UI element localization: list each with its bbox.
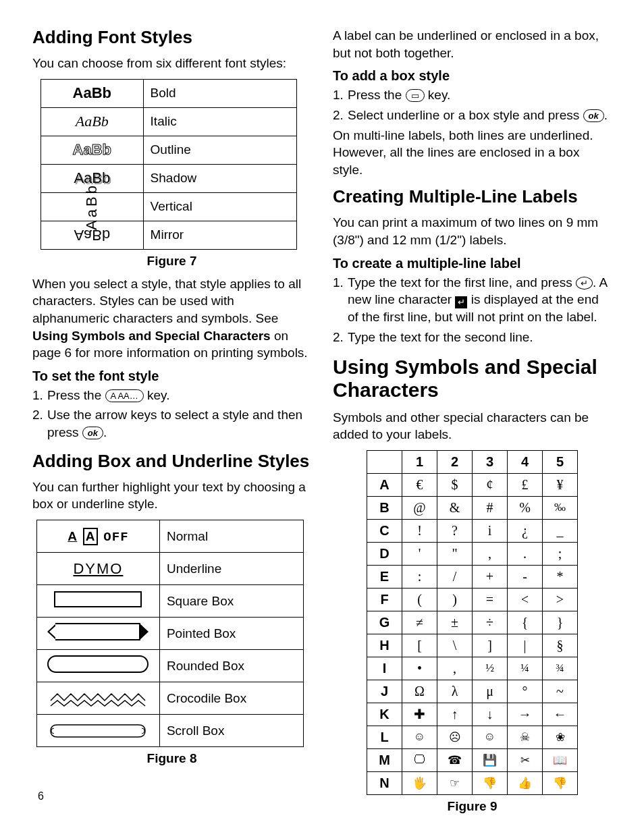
sym-cell: ÷ [473, 611, 508, 634]
box-label: Scroll Box [159, 715, 304, 747]
sym-cell: . [508, 542, 543, 565]
sym-row-label: I [367, 657, 402, 680]
sym-cell: • [402, 657, 437, 680]
box-label: Rounded Box [159, 650, 304, 682]
sym-cell: → [508, 703, 543, 726]
sym-cell: : [402, 565, 437, 588]
sym-cell: # [473, 496, 508, 519]
text-fragment: . [604, 108, 608, 122]
text-fragment: A [83, 528, 99, 545]
list-item: Press the ▭ key. [333, 86, 612, 104]
symbols-table: 1 2 3 4 5 A€$¢£¥ B@&#%‰ C!?i¿_ D'",.; E:… [367, 450, 578, 795]
newline-char-icon: ↵ [455, 296, 467, 308]
heading-multi-line: Creating Multiple-Line Labels [333, 186, 612, 207]
sym-cell: [ [402, 634, 437, 657]
sample-pointed [37, 618, 160, 650]
style-label: Mirror [143, 221, 296, 249]
figure-9-caption: Figure 9 [333, 799, 612, 814]
table-row: D'",.; [367, 542, 578, 565]
sym-cell: Ω [402, 680, 437, 703]
sym-cell: ; [543, 542, 578, 565]
sym-cell: € [402, 473, 437, 496]
sym-cell: 🖵 [402, 748, 437, 771]
list-item: Type the text for the first line, and pr… [333, 274, 612, 326]
sym-cell: ¿ [508, 519, 543, 542]
table-row: 1 2 3 4 5 [367, 450, 578, 473]
table-row: C!?i¿_ [367, 519, 578, 542]
sym-row-label: H [367, 634, 402, 657]
sym-cell: ) [437, 588, 473, 611]
sample-normal: A AOFF [37, 520, 160, 553]
figure-7-caption: Figure 7 [32, 254, 311, 269]
set-font-steps: Press the A AA… key. Use the arrow keys … [32, 387, 311, 441]
table-row: AaBbBold [41, 79, 297, 107]
heading-using-symbols: Using Symbols and Special Characters [333, 356, 612, 402]
sample-rounded [37, 650, 160, 682]
box-label: Crocodile Box [159, 682, 304, 715]
sym-cell: ☺ [402, 726, 437, 748]
sym-cell: $ [437, 473, 473, 496]
style-label: Shadow [143, 164, 296, 192]
sym-cell: λ [437, 680, 473, 703]
style-label: Outline [143, 136, 296, 164]
right-column: A label can be underlined or enclosed in… [333, 27, 612, 820]
table-row: JΩλμ°~ [367, 680, 578, 703]
sym-row-label: A [367, 473, 402, 496]
sym-row-label: E [367, 565, 402, 588]
table-row: Rounded Box [37, 650, 304, 682]
ok-key-icon: ok [82, 427, 103, 439]
sym-cell: 📖 [543, 748, 578, 771]
box-label: Normal [159, 520, 304, 553]
text-fragment: Press the [47, 388, 105, 402]
crocodile-icon [47, 687, 149, 707]
sample-outline: AaBb [41, 136, 144, 164]
sym-cell: - [508, 565, 543, 588]
box-label: Square Box [159, 585, 304, 618]
table-row: AaBbItalic [41, 107, 297, 136]
subhead-set-font-style: To set the font style [32, 368, 311, 384]
left-column: Adding Font Styles You can choose from s… [32, 27, 311, 820]
sample-bold: AaBb [41, 79, 144, 107]
table-row: I•,½¼¾ [367, 657, 578, 680]
sym-head: 1 [402, 450, 437, 473]
subhead-add-box: To add a box style [333, 68, 612, 84]
text-fragment: Press the [348, 88, 406, 102]
sym-cell: ☎ [437, 748, 473, 771]
text-fragment: Select underline or a box style and pres… [348, 108, 583, 122]
sym-row-label: N [367, 771, 402, 794]
sym-cell: \ [437, 634, 473, 657]
paragraph-multi-line: You can print a maximum of two lines on … [333, 214, 612, 248]
sym-cell: + [473, 565, 508, 588]
style-label: Italic [143, 107, 296, 136]
table-row: K✚↑↓→← [367, 703, 578, 726]
sym-cell: ❀ [543, 726, 578, 748]
paragraph-select-style: When you select a style, that style appl… [32, 275, 311, 362]
sym-cell: ☹ [437, 726, 473, 748]
sym-cell: % [508, 496, 543, 519]
sample-vertical: AaBb [41, 192, 144, 221]
table-row: Pointed Box [37, 618, 304, 650]
heading-adding-box-styles: Adding Box and Underline Styles [32, 451, 311, 472]
sym-cell: ' [402, 542, 437, 565]
subhead-create-multi: To create a multiple-line label [333, 256, 612, 271]
enter-key-icon: ↵ [576, 277, 593, 290]
sym-cell: ✚ [402, 703, 437, 726]
text-fragment: A [68, 529, 77, 543]
style-label: Vertical [143, 192, 296, 221]
sym-cell: 👎 [543, 771, 578, 794]
sym-cell: ¢ [473, 473, 508, 496]
sym-cell: ¾ [543, 657, 578, 680]
page-number: 6 [38, 790, 44, 802]
text-fragment: key. [425, 88, 451, 102]
sym-row-label: L [367, 726, 402, 748]
sym-cell: ☠ [508, 726, 543, 748]
sym-cell: , [473, 542, 508, 565]
sym-cell: ? [437, 519, 473, 542]
list-item: Press the A AA… key. [32, 387, 311, 404]
sym-cell: = [473, 588, 508, 611]
sym-cell: , [437, 657, 473, 680]
sym-cell: ☺ [473, 726, 508, 748]
sym-row-label: G [367, 611, 402, 634]
sym-cell: ~ [543, 680, 578, 703]
sym-head [367, 450, 402, 473]
